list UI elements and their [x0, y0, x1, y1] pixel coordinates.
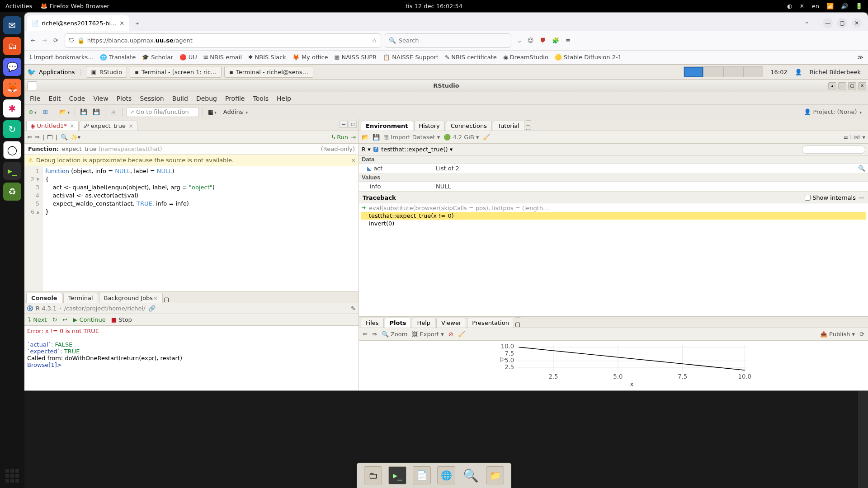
bookmark-item[interactable]: ⤵ Import bookmarks…	[29, 54, 94, 61]
remote-clock[interactable]: 16:02	[766, 69, 792, 75]
traceback-frame[interactable]: eval(substitute(browser(skipCalls = pos)…	[361, 204, 866, 212]
search-bar[interactable]: 🔍 Search	[385, 33, 511, 48]
menu-session[interactable]: Session	[140, 95, 164, 102]
traceback-frame[interactable]: testthat::expect_true(x != 0)	[361, 212, 866, 220]
tab-presentation[interactable]: Presentation	[467, 318, 514, 328]
debug-step-out-icon[interactable]: ↩	[62, 316, 67, 323]
plot-next-icon[interactable]: ⇒	[372, 331, 377, 338]
menu-view[interactable]: View	[93, 95, 108, 102]
run-button[interactable]: ↳ Run	[331, 134, 348, 141]
account-icon[interactable]: ☺	[528, 37, 534, 44]
dock-search-icon[interactable]: 🔍	[462, 466, 480, 484]
dock-folder-icon[interactable]: 📁	[486, 466, 504, 484]
night-light-icon[interactable]: ◐	[787, 3, 792, 9]
dock-app-unknown[interactable]: ◯	[3, 141, 21, 159]
dock-app-firefox[interactable]: 🦊	[3, 79, 21, 97]
export-menu[interactable]: 🖼 Export ▾	[412, 331, 443, 338]
env-row-act[interactable]: ◣ act List of 2 🔍	[359, 164, 868, 174]
bookmark-item[interactable]: ◉ DreamStudio	[503, 54, 548, 61]
menu-build[interactable]: Build	[172, 95, 188, 102]
grid-button[interactable]: ▦	[207, 107, 218, 117]
tab-environment[interactable]: Environment	[361, 121, 413, 131]
menu-profile[interactable]: Profile	[225, 95, 245, 102]
tab-history[interactable]: History	[414, 121, 445, 131]
traceback-collapse-icon[interactable]: —	[859, 194, 864, 201]
dock-browser-icon[interactable]: 🌐	[437, 466, 455, 484]
window-minimize-button[interactable]: —	[823, 18, 833, 28]
clear-console-icon[interactable]: ✎	[351, 305, 356, 312]
tab-connections[interactable]: Connections	[446, 121, 492, 131]
view-mode-menu[interactable]: ≡ List ▾	[844, 134, 865, 141]
find-icon[interactable]: 🔍	[61, 134, 68, 141]
pane-maximize-icon[interactable]: ▢	[164, 296, 170, 303]
save-all-button[interactable]: 💾	[91, 107, 101, 117]
publish-menu[interactable]: 📤 Publish ▾	[820, 331, 855, 338]
source-tab-expect-true[interactable]: ☍ expect_true ×	[80, 121, 137, 131]
activities-button[interactable]: Activities	[5, 3, 32, 9]
new-tab-button[interactable]: ＋	[131, 17, 143, 30]
bookmark-item[interactable]: 🎓 Scholar	[142, 54, 173, 61]
bookmark-item[interactable]: 🟡 Stable Diffusion 2-1	[555, 54, 622, 61]
clear-all-plots-icon[interactable]: 🧹	[458, 331, 465, 338]
load-workspace-icon[interactable]: 📂	[362, 134, 369, 141]
remote-menu-icon[interactable]: 🐦	[27, 68, 36, 76]
remove-plot-icon[interactable]: ⊘	[448, 331, 453, 338]
pane-maximize-icon[interactable]: ▢	[349, 121, 357, 128]
dock-app-terminal[interactable]: ▸_	[3, 162, 21, 180]
inspect-icon[interactable]: 🔍	[858, 165, 868, 172]
keyboard-lang[interactable]: en	[812, 3, 819, 9]
hamburger-menu-icon[interactable]: ≡	[566, 37, 571, 44]
rs-close-button[interactable]: ✕	[858, 82, 866, 89]
tab-tutorial[interactable]: Tutorial	[493, 121, 524, 131]
pane-minimize-icon[interactable]: —	[515, 314, 521, 321]
gnome-clock[interactable]: tis 12 dec 16:02:54	[406, 3, 462, 9]
dock-app-element[interactable]: ↻	[3, 120, 21, 138]
rerun-icon[interactable]: ⇥	[351, 134, 356, 141]
nav-back-icon[interactable]: ←	[31, 37, 36, 44]
menu-code[interactable]: Code	[69, 95, 85, 102]
source-editor[interactable]: 12 ▾3456 ▴ function (object, info = NULL…	[24, 166, 359, 291]
plot-prev-icon[interactable]: ⇐	[363, 331, 368, 338]
zoom-button[interactable]: 🔍 Zoom	[382, 331, 408, 338]
pane-minimize-icon[interactable]: —	[525, 117, 531, 124]
remote-user-name[interactable]: Richel Bilderbeek	[805, 69, 865, 75]
wifi-icon[interactable]: 📶	[826, 3, 834, 9]
menu-plots[interactable]: Plots	[117, 95, 132, 102]
battery-icon[interactable]: 🔋	[855, 3, 863, 9]
menu-help[interactable]: Help	[277, 95, 291, 102]
taskbar-item-terminal2[interactable]: ▪ Terminal - richel@sens…	[224, 66, 313, 78]
dock-app-thunderbird[interactable]: ✉	[3, 16, 21, 34]
bookmark-item[interactable]: 🔴 UU	[179, 54, 197, 61]
extensions-icon[interactable]: 🧩	[552, 37, 559, 44]
tab-overflow-icon[interactable]: ⌄	[804, 18, 809, 28]
menu-edit[interactable]: Edit	[48, 95, 61, 102]
save-workspace-icon[interactable]: 💾	[373, 134, 380, 141]
pane-minimize-icon[interactable]: —	[340, 121, 348, 128]
nav-reload-icon[interactable]: ⟳	[53, 37, 58, 44]
shield-icon[interactable]: 🛡	[69, 37, 75, 44]
bookmark-item[interactable]: ✱ NBIS Slack	[248, 54, 286, 61]
tab-help[interactable]: Help	[412, 318, 435, 328]
broom-icon[interactable]: 🧹	[483, 134, 490, 141]
env-search-input[interactable]	[802, 145, 865, 154]
tab-background-jobs[interactable]: Background Jobs ×	[99, 293, 163, 303]
rs-maximize-button[interactable]: ▢	[848, 82, 856, 89]
tab-files[interactable]: Files	[361, 318, 384, 328]
menu-tools[interactable]: Tools	[253, 95, 269, 102]
bookmark-star-icon[interactable]: ☆	[372, 37, 377, 44]
open-file-button[interactable]: 📂	[58, 107, 71, 117]
url-bar[interactable]: 🛡 🔒 https://bianca.uppmax.uu.se/agent ☆	[65, 33, 381, 48]
pane-maximize-icon[interactable]: ▢	[515, 321, 521, 328]
addins-menu[interactable]: Addins	[221, 108, 250, 115]
menu-debug[interactable]: Debug	[196, 95, 217, 102]
show-in-new-icon[interactable]: 🗔	[47, 134, 53, 141]
volume-icon[interactable]: 🔊	[841, 3, 848, 9]
dock-app-files[interactable]: 🗂	[3, 37, 21, 55]
pane-maximize-icon[interactable]: ▢	[525, 124, 531, 131]
new-project-button[interactable]: ⊞	[40, 107, 50, 117]
plot-canvas[interactable]: 10.07.5 5.02.5 ▷ 2.55.0 7.510.0 x	[359, 341, 868, 390]
tab-close-icon[interactable]: ✕	[119, 20, 124, 27]
rs-rollup-button[interactable]: ▴	[828, 82, 836, 89]
save-button[interactable]: 💾	[79, 107, 89, 117]
bookmark-item[interactable]: 🌐 Translate	[100, 54, 136, 61]
